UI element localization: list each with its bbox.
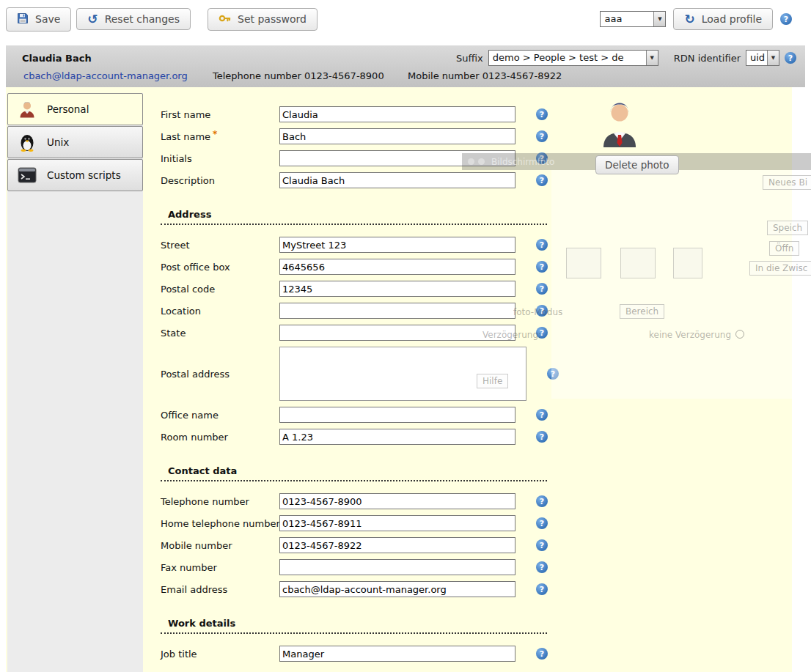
field-row-office-name: Office name ?: [161, 407, 792, 423]
field-row-description: Description ?: [161, 172, 792, 188]
chevron-down-icon[interactable]: ▼: [653, 12, 665, 26]
field-row-state: State ?: [161, 325, 792, 341]
first-name-input[interactable]: [279, 106, 515, 122]
post-office-box-label: Post office box: [161, 262, 279, 273]
help-icon[interactable]: ?: [536, 539, 548, 551]
delete-photo-button[interactable]: Delete photo: [595, 155, 679, 174]
help-icon[interactable]: ?: [536, 152, 548, 164]
tab-custom-scripts-label: Custom scripts: [47, 169, 121, 181]
help-icon[interactable]: ?: [536, 561, 548, 573]
field-row-telephone-number: Telephone number ?: [161, 493, 792, 509]
load-profile-button[interactable]: ↻ Load profile: [673, 8, 773, 30]
post-office-box-input[interactable]: [279, 259, 515, 275]
set-password-button[interactable]: Set password: [208, 8, 318, 31]
tab-custom-scripts[interactable]: Custom scripts: [7, 159, 143, 191]
suffix-select[interactable]: demo > People > test > de ▼: [488, 50, 658, 66]
field-row-job-title: Job title ?: [161, 646, 792, 662]
rdn-identifier-select[interactable]: uid ▼: [746, 50, 779, 66]
help-icon[interactable]: ?: [536, 327, 548, 339]
postal-code-input[interactable]: [279, 281, 515, 297]
last-name-label: Last name: [161, 131, 210, 142]
postal-address-label: Postal address: [161, 369, 279, 380]
first-name-label: First name: [161, 109, 279, 120]
state-label: State: [161, 328, 279, 339]
street-input[interactable]: [279, 237, 515, 253]
field-row-postal-address: Postal address ?: [161, 347, 792, 401]
reset-arrow-icon: ↺: [87, 14, 98, 24]
home-telephone-number-input[interactable]: [279, 515, 515, 531]
help-icon[interactable]: ?: [536, 108, 548, 120]
telephone-number-input[interactable]: [279, 493, 515, 509]
description-input[interactable]: [279, 172, 515, 188]
help-icon[interactable]: ?: [536, 283, 548, 295]
telephone-number-label: Telephone number: [161, 496, 279, 507]
fax-number-input[interactable]: [279, 559, 515, 575]
tab-unix[interactable]: Unix: [7, 126, 143, 158]
mobile-number-input[interactable]: [279, 537, 515, 553]
office-name-input[interactable]: [279, 407, 515, 423]
suffix-select-value: demo > People > test > de: [489, 51, 628, 65]
fax-number-label: Fax number: [161, 562, 279, 573]
save-button[interactable]: Save: [6, 7, 71, 32]
field-row-email-address: Email address ?: [161, 581, 792, 597]
job-title-input[interactable]: [279, 646, 515, 662]
chevron-down-icon[interactable]: ▼: [646, 51, 658, 65]
help-icon[interactable]: ?: [536, 174, 548, 186]
section-address: Address: [161, 209, 547, 225]
room-number-input[interactable]: [279, 429, 515, 445]
help-icon[interactable]: ?: [547, 368, 559, 380]
toolbar-right-group: aaa ▼ ↻ Load profile ?: [600, 8, 811, 30]
reset-changes-button[interactable]: ↺ Reset changes: [76, 8, 191, 30]
terminal-icon: [18, 166, 37, 185]
mobile-number-label: Mobile number: [161, 540, 279, 551]
section-contact-data: Contact data: [161, 465, 547, 481]
help-icon[interactable]: ?: [536, 648, 548, 660]
email-address-label: Email address: [161, 584, 279, 595]
help-icon[interactable]: ?: [536, 583, 548, 595]
help-icon[interactable]: ?: [536, 305, 548, 317]
main-panel: Personal Unix: [6, 87, 792, 672]
office-name-label: Office name: [161, 410, 279, 421]
account-telephone-summary: Telephone number 0123-4567-8900: [213, 70, 384, 81]
field-row-postal-code: Postal code ?: [161, 281, 792, 297]
account-email-link[interactable]: cbach@ldap-account-manager.org: [23, 70, 188, 81]
home-telephone-number-label: Home telephone number: [161, 518, 279, 529]
postal-address-textarea[interactable]: [279, 347, 526, 401]
help-icon[interactable]: ?: [536, 495, 548, 507]
account-header: Claudia Bach Suffix demo > People > test…: [6, 45, 805, 87]
last-name-input[interactable]: [279, 128, 515, 144]
load-profile-label: Load profile: [702, 13, 762, 25]
field-row-fax-number: Fax number ?: [161, 559, 792, 575]
profile-select[interactable]: aaa ▼: [600, 11, 666, 27]
account-header-row2: cbach@ldap-account-manager.org Telephone…: [6, 68, 805, 87]
rdn-identifier-label: RDN identifier: [674, 53, 741, 64]
location-input[interactable]: [279, 303, 515, 319]
section-work-details: Work details: [161, 618, 547, 634]
initials-label: Initials: [161, 153, 279, 164]
module-tab-list: Personal Unix: [7, 93, 143, 672]
field-row-initials: Initials ?: [161, 150, 792, 166]
account-header-row1: Claudia Bach Suffix demo > People > test…: [6, 45, 805, 68]
help-icon[interactable]: ?: [536, 130, 548, 142]
account-title: Claudia Bach: [22, 53, 92, 64]
chevron-down-icon[interactable]: ▼: [767, 51, 779, 65]
help-icon[interactable]: ?: [536, 239, 548, 251]
help-icon[interactable]: ?: [536, 517, 548, 529]
help-icon[interactable]: ?: [536, 409, 548, 421]
set-password-label: Set password: [238, 13, 307, 25]
help-icon[interactable]: ?: [536, 261, 548, 273]
account-header-controls: Suffix demo > People > test > de ▼ RDN i…: [456, 50, 796, 66]
suffix-label: Suffix: [456, 53, 483, 64]
initials-input[interactable]: [279, 150, 515, 166]
field-row-home-telephone-number: Home telephone number ?: [161, 515, 792, 531]
user-photo: [595, 102, 691, 147]
help-icon[interactable]: ?: [780, 13, 792, 25]
tab-personal-label: Personal: [47, 103, 89, 115]
help-icon[interactable]: ?: [536, 431, 548, 443]
email-address-input[interactable]: [279, 581, 515, 597]
state-input[interactable]: [279, 325, 515, 341]
tab-personal[interactable]: Personal: [7, 93, 143, 125]
field-row-mobile-number: Mobile number ?: [161, 537, 792, 553]
help-icon[interactable]: ?: [785, 52, 796, 64]
reset-changes-label: Reset changes: [105, 13, 180, 25]
